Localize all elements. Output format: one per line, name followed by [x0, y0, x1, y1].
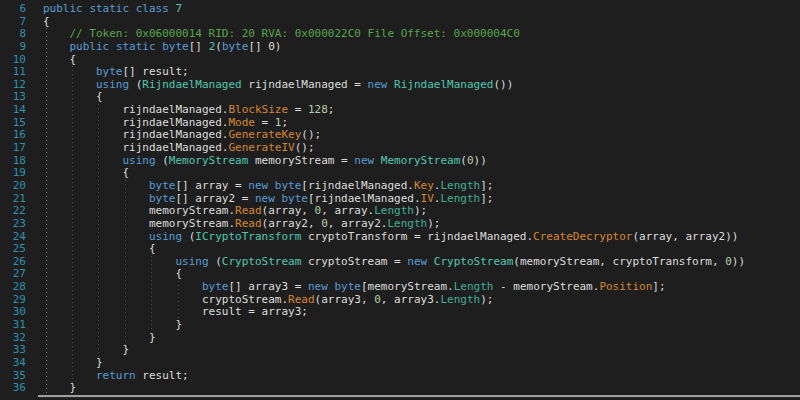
line-number: 36 — [0, 382, 26, 395]
code-line[interactable]: 12 using (RijndaelManaged rijndaelManage… — [0, 79, 800, 92]
code-editor[interactable]: 6public static class 77{8 // Token: 0x06… — [0, 0, 800, 400]
code-line[interactable]: 14 rijndaelManaged.BlockSize = 128; — [0, 104, 800, 117]
line-number: 9 — [0, 41, 26, 54]
line-number: 25 — [0, 243, 26, 256]
code-line[interactable]: 33 } — [0, 344, 800, 357]
code-text: public static byte[] 2(byte[] 0) — [43, 41, 282, 54]
line-number: 14 — [0, 104, 26, 117]
code-line[interactable]: 35 return result; — [0, 370, 800, 383]
code-line[interactable]: 31 } — [0, 319, 800, 332]
line-number: 11 — [0, 66, 26, 79]
line-number: 23 — [0, 218, 26, 231]
code-lines: 6public static class 77{8 // Token: 0x06… — [0, 3, 800, 395]
code-line[interactable]: 6public static class 7 — [0, 3, 800, 16]
line-number: 28 — [0, 281, 26, 294]
line-number: 31 — [0, 319, 26, 332]
line-number: 6 — [0, 3, 26, 16]
line-number: 22 — [0, 205, 26, 218]
line-number: 17 — [0, 142, 26, 155]
code-text: } — [43, 382, 76, 395]
member-separator-line — [38, 395, 800, 398]
code-line[interactable]: 36 } — [0, 382, 800, 395]
code-text: } — [43, 357, 103, 370]
code-text: } — [43, 319, 182, 332]
line-number: 20 — [0, 180, 26, 193]
code-text: public static class 7 — [43, 3, 182, 16]
code-text: using (RijndaelManaged rijndaelManaged =… — [43, 79, 513, 92]
code-line[interactable]: 9 public static byte[] 2(byte[] 0) — [0, 41, 800, 54]
code-text: { — [43, 243, 156, 256]
line-number: 34 — [0, 357, 26, 370]
